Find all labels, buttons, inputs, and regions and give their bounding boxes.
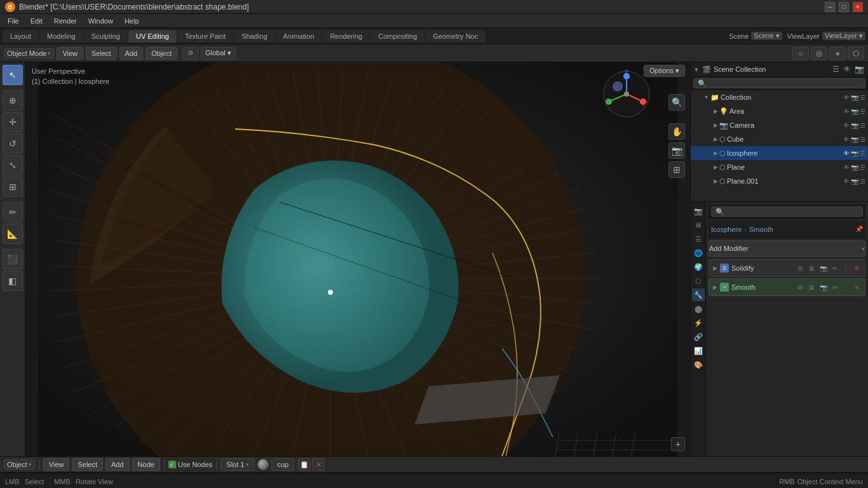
- material-name[interactable]: cup: [271, 458, 294, 471]
- node-select-menu[interactable]: Select: [72, 458, 103, 471]
- solidify-expand[interactable]: ▶: [713, 265, 717, 271]
- tab-compositing[interactable]: Compositing: [370, 30, 424, 43]
- cube-filter[interactable]: ☰: [860, 136, 865, 143]
- icosphere-render[interactable]: 📷: [851, 150, 858, 157]
- smooth-edit[interactable]: ✏: [831, 283, 839, 292]
- minimize-button[interactable]: ─: [825, 2, 835, 12]
- select-menu[interactable]: Select: [86, 47, 117, 60]
- prop-physics-icon[interactable]: ⚡: [692, 316, 705, 329]
- prop-data-icon[interactable]: 📊: [692, 344, 705, 357]
- add-menu[interactable]: Add: [119, 47, 144, 60]
- tab-sculpting[interactable]: Sculpting: [84, 30, 128, 43]
- camera-visibility[interactable]: 👁: [843, 122, 850, 129]
- outliner-plane[interactable]: ▶ ⬡ Plane 👁 📷 ☰: [691, 160, 868, 174]
- smooth-show[interactable]: 🖥: [806, 283, 817, 292]
- area-visibility[interactable]: 👁: [843, 108, 850, 115]
- material-browse[interactable]: 📋: [298, 458, 311, 471]
- shading-btn-3[interactable]: ●: [829, 47, 846, 60]
- tab-rendering[interactable]: Rendering: [322, 30, 370, 43]
- add-cube-tool[interactable]: ⬛: [3, 249, 23, 269]
- prop-constraints-icon[interactable]: 🔗: [692, 330, 705, 343]
- prop-output-icon[interactable]: 🖥: [692, 219, 705, 231]
- shading-btn-4[interactable]: ⬡: [848, 47, 864, 60]
- smooth-expand[interactable]: ▶: [713, 284, 717, 290]
- view-menu[interactable]: View: [57, 47, 83, 60]
- breadcrumb-icosphere[interactable]: Icosphere: [711, 226, 742, 233]
- rotate-tool[interactable]: ↺: [3, 133, 23, 154]
- menu-edit[interactable]: Edit: [25, 16, 48, 26]
- pin-icon[interactable]: 📌: [855, 226, 863, 233]
- view-layer-select[interactable]: ViewLayer ▾: [822, 32, 865, 40]
- breadcrumb-smooth[interactable]: Smooth: [749, 226, 773, 233]
- transform-icon[interactable]: ⟳: [182, 47, 199, 60]
- menu-render[interactable]: Render: [49, 16, 82, 26]
- slot-selector[interactable]: Slot 1 ▾: [220, 458, 255, 471]
- outliner-icosphere[interactable]: ▶ ⬡ Icosphere 👁 📷 ☰: [691, 146, 868, 160]
- add-modifier-button[interactable]: Add Modifier ▾: [709, 240, 865, 257]
- icosphere-visibility[interactable]: 👁: [843, 150, 850, 157]
- node-view-menu[interactable]: View: [43, 458, 70, 471]
- outliner-plane001[interactable]: ▶ ⬡ Plane.001 👁 📷 ☰: [691, 174, 868, 188]
- camera-filter[interactable]: ☰: [860, 122, 865, 129]
- collection-visibility[interactable]: 👁: [843, 94, 850, 101]
- prop-particles-icon[interactable]: ⬤: [692, 302, 705, 315]
- tab-texture-paint[interactable]: Texture Paint: [177, 30, 233, 43]
- prop-scene-icon[interactable]: 🌐: [692, 247, 705, 259]
- tab-layout[interactable]: Layout: [3, 30, 39, 43]
- solidify-render[interactable]: 📷: [818, 264, 829, 273]
- solidify-more[interactable]: ⋮: [841, 264, 851, 273]
- plane-filter[interactable]: ☰: [860, 164, 865, 171]
- node-menu[interactable]: Node: [132, 458, 160, 471]
- viewport[interactable]: User Perspective (1) Collection | Icosph…: [25, 62, 690, 456]
- plane-visibility[interactable]: 👁: [843, 164, 850, 171]
- cube-render[interactable]: 📷: [851, 136, 858, 143]
- icosphere-filter[interactable]: ☰: [860, 150, 865, 157]
- outliner-eye-icon[interactable]: 👁: [842, 64, 852, 75]
- outliner-camera-icon[interactable]: 📷: [853, 64, 865, 75]
- tab-geometry[interactable]: Geometry Noc: [425, 30, 485, 43]
- maximize-button[interactable]: □: [839, 2, 849, 12]
- extrude-tool[interactable]: ◧: [3, 271, 23, 291]
- viewport-mode-selector[interactable]: Object Mode ▾: [4, 48, 54, 58]
- menu-file[interactable]: File: [3, 16, 24, 26]
- collection-filter[interactable]: ☰: [860, 94, 865, 101]
- use-nodes-checkbox[interactable]: ✓: [168, 461, 176, 468]
- solidify-show[interactable]: 🖥: [806, 264, 817, 273]
- scene-select[interactable]: Scene ▾: [751, 32, 782, 40]
- outliner-cube[interactable]: ▶ ⬡ Cube 👁 📷 ☰: [691, 132, 868, 146]
- cube-visibility[interactable]: 👁: [843, 136, 850, 143]
- prop-modifier-icon[interactable]: 🔧: [692, 288, 705, 301]
- modifier-smooth[interactable]: ▶ ~ Smooth ⚙ 🖥 📷 ✏ ⋮ ✕: [709, 278, 865, 296]
- solidify-edit[interactable]: ✏: [831, 264, 839, 273]
- plane001-visibility[interactable]: 👁: [843, 178, 850, 185]
- collection-render[interactable]: 📷: [851, 94, 858, 101]
- area-render[interactable]: 📷: [851, 108, 858, 115]
- camera-toggle-button[interactable]: 📷: [668, 142, 685, 159]
- smooth-render[interactable]: 📷: [818, 283, 829, 292]
- tab-animation[interactable]: Animation: [276, 30, 322, 43]
- prop-view-layer-icon[interactable]: ☰: [692, 233, 705, 245]
- shading-btn-2[interactable]: ◎: [811, 47, 827, 60]
- prop-material-icon[interactable]: 🎨: [692, 358, 705, 371]
- smooth-remove[interactable]: ✕: [852, 283, 861, 292]
- menu-window[interactable]: Window: [83, 16, 118, 26]
- measure-tool[interactable]: 📐: [3, 224, 23, 244]
- plane001-render[interactable]: 📷: [851, 178, 858, 185]
- close-button[interactable]: ✕: [853, 2, 863, 12]
- use-nodes-toggle[interactable]: ✓ Use Nodes: [168, 461, 212, 468]
- shading-btn-1[interactable]: ○: [792, 47, 809, 60]
- outliner-search-input[interactable]: [693, 78, 865, 88]
- viewport-gizmo[interactable]: Z X Y: [601, 69, 652, 119]
- outliner-filter-icon[interactable]: ☰: [831, 64, 841, 75]
- tab-shading[interactable]: Shading: [234, 30, 275, 43]
- plane001-filter[interactable]: ☰: [860, 178, 865, 185]
- grid-toggle-button[interactable]: ⊞: [668, 161, 685, 178]
- scale-tool[interactable]: ⤡: [3, 155, 23, 175]
- plane-render[interactable]: 📷: [851, 164, 858, 171]
- annotate-tool[interactable]: ✏: [3, 202, 23, 222]
- outliner-area[interactable]: ▶ 💡 Area 👁 📷 ☰: [691, 104, 868, 118]
- smooth-more[interactable]: ⋮: [841, 283, 851, 292]
- prop-object-icon[interactable]: ⬡: [692, 274, 705, 287]
- menu-help[interactable]: Help: [119, 16, 144, 26]
- smooth-settings[interactable]: ⚙: [796, 283, 805, 292]
